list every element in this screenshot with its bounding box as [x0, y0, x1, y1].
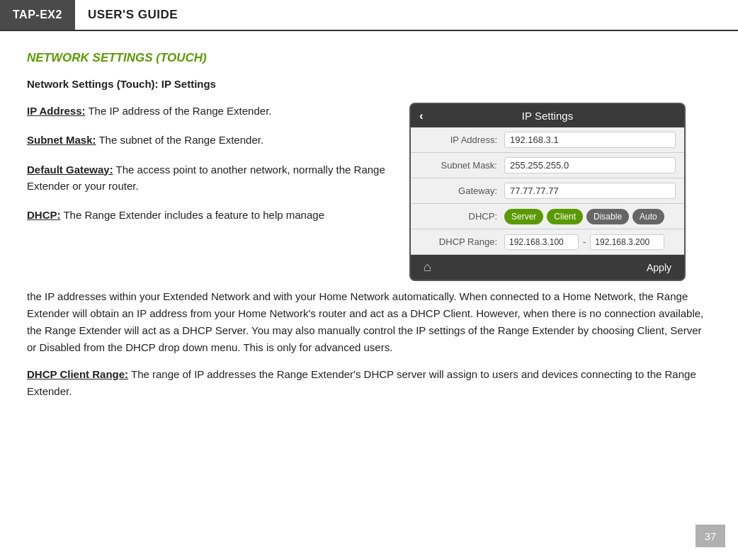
subnet-mask-label: Subnet Mask: — [27, 134, 96, 146]
dhcp-buttons: Server Client Disable Auto — [504, 209, 676, 224]
ip-address-label: IP Address: — [27, 105, 86, 117]
header: TAP-EX2 USER'S GUIDE — [0, 0, 738, 31]
dhcp-range-para: DHCP Client Range: The range of IP addre… — [27, 366, 711, 400]
subsection-heading: Network Settings (Touch): IP Settings — [27, 78, 711, 90]
gateway-row: Gateway: — [411, 178, 684, 204]
dhcp-row-label: DHCP: — [419, 211, 497, 222]
subnet-mask-row: Subnet Mask: — [411, 153, 684, 178]
device-footer: ⌂ Apply — [411, 255, 684, 280]
subnet-row-label: Subnet Mask: — [419, 160, 497, 171]
subnet-mask-para: Subnet Mask: The subnet of the Range Ext… — [27, 132, 388, 148]
content-layout: IP Address: The IP address of the Range … — [27, 103, 711, 281]
text-column: IP Address: The IP address of the Range … — [27, 103, 388, 236]
dhcp-disable-button[interactable]: Disable — [586, 209, 629, 224]
section-heading: NETWORK SETTINGS (TOUCH) — [27, 51, 711, 65]
back-button[interactable]: ‹ — [419, 109, 424, 123]
apply-button[interactable]: Apply — [647, 262, 671, 273]
guide-title: USER'S GUIDE — [75, 8, 178, 22]
dhcp-para-short: DHCP: The Range Extender includes a feat… — [27, 207, 388, 223]
brand-label: TAP-EX2 — [0, 0, 75, 30]
dhcp-client-button[interactable]: Client — [547, 209, 583, 224]
ip-address-para: IP Address: The IP address of the Range … — [27, 103, 388, 119]
dhcp-label: DHCP: — [27, 209, 61, 221]
default-gateway-para: Default Gateway: The access point to ano… — [27, 161, 388, 195]
device-title: IP Settings — [522, 110, 573, 122]
device-titlebar: ‹ IP Settings — [411, 104, 684, 127]
subnet-mask-input[interactable] — [504, 157, 676, 173]
range-values: - — [504, 234, 676, 250]
ip-address-text: The IP address of the Range Extender. — [86, 105, 272, 117]
default-gateway-label: Default Gateway: — [27, 164, 113, 176]
gateway-input[interactable] — [504, 183, 676, 199]
dhcp-full-para: the IP addresses within your Extended Ne… — [27, 288, 711, 356]
range-row-label: DHCP Range: — [419, 236, 497, 247]
ip-address-input[interactable] — [504, 132, 676, 148]
dhcp-server-button[interactable]: Server — [504, 209, 543, 224]
range-end-input[interactable] — [590, 234, 664, 250]
page-number: 37 — [696, 525, 725, 547]
dhcp-range-row: DHCP Range: - — [411, 229, 684, 255]
dhcp-row: DHCP: Server Client Disable Auto — [411, 204, 684, 229]
range-dash: - — [583, 236, 586, 247]
device-screen: ‹ IP Settings IP Address: Subnet Mask: G… — [409, 103, 686, 281]
dhcp-text-short: The Range Extender includes a feature to… — [61, 209, 324, 221]
home-icon[interactable]: ⌂ — [424, 260, 431, 275]
ip-row-label: IP Address: — [419, 135, 497, 145]
range-start-input[interactable] — [504, 234, 579, 250]
dhcp-range-label: DHCP Client Range: — [27, 368, 128, 380]
gateway-row-label: Gateway: — [419, 185, 497, 196]
dhcp-auto-button[interactable]: Auto — [632, 209, 664, 224]
page-content: NETWORK SETTINGS (TOUCH) Network Setting… — [0, 31, 738, 424]
ip-address-row: IP Address: — [411, 127, 684, 153]
device-mock: ‹ IP Settings IP Address: Subnet Mask: G… — [409, 103, 686, 281]
subnet-mask-text: The subnet of the Range Extender. — [96, 134, 264, 146]
